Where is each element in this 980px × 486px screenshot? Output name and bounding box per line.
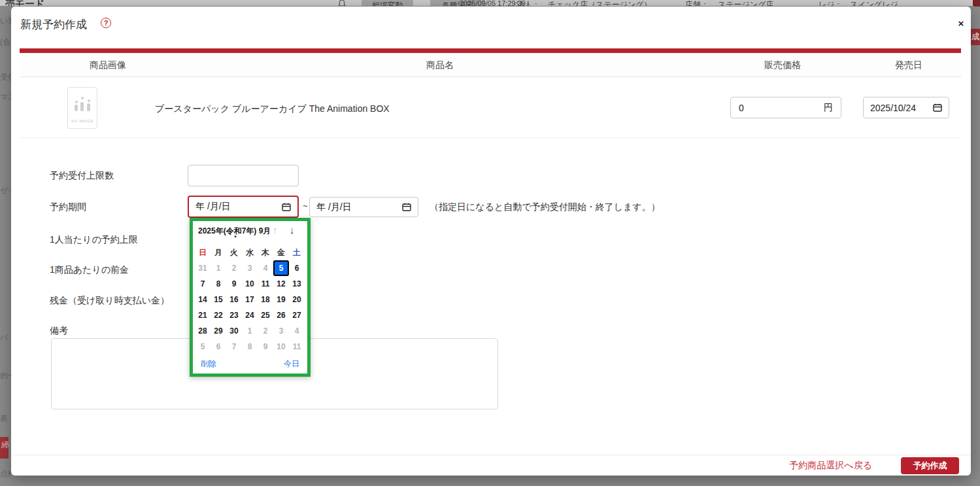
product-table-row: NO IMAGE ブースターパック ブルーアーカイブ The Animation… [20, 77, 961, 138]
topbar-datetime: 2025/09/05 17:29:39 [460, 0, 526, 6]
calendar-day[interactable]: 6 [211, 339, 226, 355]
calendar-day[interactable]: 30 [226, 323, 242, 339]
store-label: 店舗： [685, 0, 709, 6]
label-per-person-limit: 1人当たりの予約上限 [50, 234, 138, 246]
corp-select[interactable]: チェック店（ステージング） [548, 0, 652, 6]
calendar-day[interactable]: 2 [226, 260, 242, 276]
calendar-day[interactable]: 3 [273, 323, 289, 339]
calendar-day[interactable]: 21 [195, 307, 211, 323]
image-placeholder-icon [75, 97, 92, 111]
product-table-header: 商品画像 商品名 販売価格 発売日 [20, 53, 961, 77]
calendar-day[interactable]: 6 [289, 260, 305, 276]
calendar-day[interactable]: 15 [211, 292, 226, 307]
store-select[interactable]: ステージング店 [718, 0, 773, 6]
modal-footer: 予約商品選択へ戻る 予約作成 [11, 455, 971, 476]
calendar-day[interactable]: 1 [211, 260, 226, 276]
calendar-day[interactable]: 11 [289, 339, 305, 355]
calendar-weekday: 金 [273, 247, 289, 259]
next-month-icon[interactable]: ↓ [290, 224, 295, 235]
calendar-day[interactable]: 1 [242, 323, 258, 339]
calendar-day[interactable]: 20 [289, 292, 305, 307]
calendar-icon[interactable] [402, 203, 411, 211]
calendar-day[interactable]: 28 [195, 323, 211, 339]
background-text-fragment: 締 [0, 437, 8, 459]
calendar-day[interactable]: 23 [226, 307, 242, 323]
calendar-day[interactable]: 13 [289, 276, 305, 292]
label-memo: 備考 [50, 325, 68, 337]
background-text-fragment: ゼッ [0, 185, 11, 196]
no-image-placeholder: NO IMAGE [67, 87, 97, 129]
header-product-image: 商品画像 [90, 60, 126, 71]
date-picker-popup: 2025年(令和7年) 9月 ▼ ↑ ↓ 日月火水木金土 31123456789… [190, 218, 311, 377]
create-reservation-button[interactable]: 予約作成 [901, 457, 959, 474]
chevron-down-icon[interactable]: ▼ [233, 235, 237, 239]
new-reservation-modal: 新規予約作成 ? × 商品画像 商品名 販売価格 発売日 NO IMAGE ブー… [11, 7, 971, 476]
calendar-weekday: 水 [242, 247, 258, 259]
calendar-day[interactable]: 7 [226, 339, 242, 355]
modal-title: 新規予約作成 [20, 17, 87, 32]
calendar-weekday: 火 [226, 247, 242, 259]
background-topbar: 売モード 相場変動 各種設定 2025/09/05 17:29:39 法人： チ… [0, 0, 980, 6]
calendar-day-selected[interactable]: 5 [273, 260, 289, 276]
calendar-day[interactable]: 4 [258, 260, 273, 276]
close-icon[interactable]: × [955, 17, 968, 30]
calendar-day[interactable]: 16 [226, 292, 242, 307]
no-image-label: NO IMAGE [68, 119, 97, 123]
calendar-delete-link[interactable]: 削除 [201, 358, 216, 370]
label-reservation-period: 予約期間 [50, 201, 86, 213]
calendar-day[interactable]: 4 [289, 323, 305, 339]
calendar-day[interactable]: 12 [273, 276, 289, 292]
calendar-day[interactable]: 9 [258, 339, 273, 355]
calendar-day[interactable]: 26 [273, 307, 289, 323]
background-corner-fragment [974, 0, 980, 7]
period-start-date-input[interactable]: 年 /月/日 [188, 196, 299, 218]
background-text-fragment: い変 [0, 16, 11, 27]
calendar-day[interactable]: 18 [258, 292, 273, 307]
register-select[interactable]: スイングレジ [850, 0, 898, 6]
calendar-day[interactable]: 2 [258, 323, 273, 339]
sale-price-input[interactable]: 0 円 [730, 97, 841, 118]
header-sale-price: 販売価格 [750, 60, 815, 71]
calendar-day[interactable]: 8 [242, 339, 258, 355]
period-end-date-input[interactable]: 年 /月/日 [309, 197, 418, 217]
calendar-day[interactable]: 25 [258, 307, 273, 323]
header-release-date: 発売日 [876, 60, 941, 71]
reservation-limit-input[interactable] [188, 165, 299, 186]
calendar-grid: 3112345678910111213141516171819202122232… [195, 260, 305, 355]
calendar-today-link[interactable]: 今日 [284, 358, 299, 370]
calendar-day[interactable]: 27 [289, 307, 305, 323]
calendar-weekday-row: 日月火水木金土 [195, 247, 305, 259]
back-to-product-select-link[interactable]: 予約商品選択へ戻る [789, 460, 872, 472]
prev-month-icon[interactable]: ↑ [273, 224, 278, 235]
corp-label: 法人： [516, 0, 540, 6]
calendar-day[interactable]: 10 [273, 339, 289, 355]
calendar-day[interactable]: 24 [242, 307, 258, 323]
calendar-day[interactable]: 31 [195, 260, 211, 276]
background-text-fragment: 的一 [0, 370, 11, 381]
period-note: （指定日になると自動で予約受付開始・終了します。） [430, 201, 660, 213]
bell-icon [338, 0, 346, 6]
period-start-value: 年 /月/日 [195, 201, 231, 213]
calendar-day[interactable]: 14 [195, 292, 211, 307]
release-date-input[interactable]: 2025/10/24 [863, 97, 949, 118]
calendar-day[interactable]: 10 [242, 276, 258, 292]
calendar-day[interactable]: 11 [258, 276, 273, 292]
calendar-day[interactable]: 8 [211, 276, 226, 292]
price-unit: 円 [824, 102, 833, 114]
calendar-day[interactable]: 7 [195, 276, 211, 292]
calendar-day[interactable]: 17 [242, 292, 258, 307]
price-value: 0 [739, 103, 744, 113]
calendar-day[interactable]: 22 [211, 307, 226, 323]
calendar-icon [933, 103, 942, 112]
calendar-day[interactable]: 29 [211, 323, 226, 339]
table-accent-bar [20, 48, 961, 53]
calendar-day[interactable]: 9 [226, 276, 242, 292]
market-change-button[interactable]: 相場変動 [362, 0, 413, 6]
calendar-day[interactable]: 3 [242, 260, 258, 276]
calendar-day[interactable]: 19 [273, 292, 289, 307]
calendar-icon[interactable] [282, 203, 291, 211]
calendar-day[interactable]: 5 [195, 339, 211, 355]
label-remaining-payment: 残金（受け取り時支払い金） [50, 295, 169, 307]
help-icon[interactable]: ? [101, 18, 111, 28]
calendar-weekday: 土 [289, 247, 305, 259]
